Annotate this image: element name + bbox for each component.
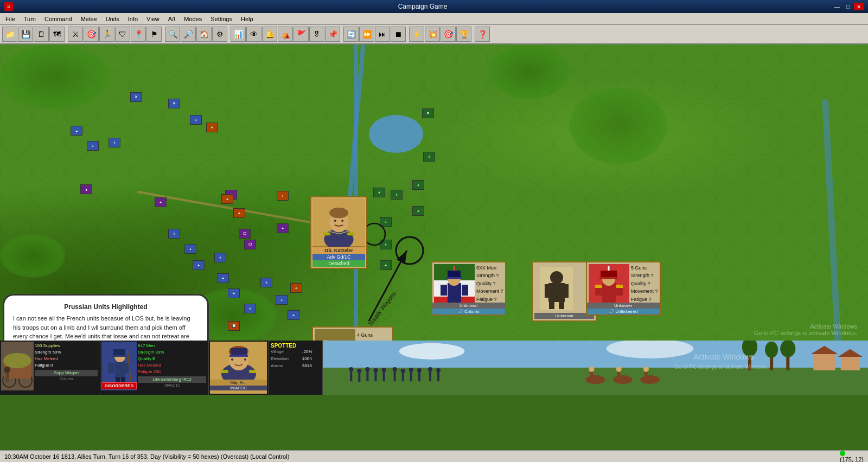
menu-melee[interactable]: Melee <box>78 15 100 23</box>
toolbar-btn-20[interactable]: 🎖 <box>309 27 324 42</box>
close-button[interactable]: ✕ <box>854 3 864 10</box>
battle-scene: Activate Windows Go to PC settings to ac… <box>323 341 868 395</box>
menu-file[interactable]: File <box>2 15 18 23</box>
unit-counter[interactable]: ✕ <box>130 92 142 102</box>
toolbar-btn-3[interactable]: 🗒 <box>34 27 49 42</box>
unit-counter-orange[interactable]: 🔲 <box>228 321 240 331</box>
unit-counter[interactable]: + <box>244 304 256 313</box>
svg-rect-64 <box>112 355 126 357</box>
toolbar-btn-12[interactable]: 🔎 <box>181 27 196 42</box>
toolbar-btn-10[interactable]: ⚑ <box>146 27 162 42</box>
svg-point-8 <box>329 208 348 218</box>
unit-counter-orange[interactable]: + <box>206 123 218 132</box>
unit-counter[interactable]: + <box>87 141 99 151</box>
unit-counter[interactable]: + <box>184 244 196 254</box>
toolbar-btn-26[interactable]: ⚡ <box>409 27 424 42</box>
toolbar-btn-29[interactable]: 🏆 <box>456 27 471 42</box>
bottom-unit-2[interactable]: DISORDERED 647 Men Strength 89% Quality … <box>100 341 209 395</box>
disordered-badge: DISORDERED <box>101 382 137 389</box>
toolbar-btn-save[interactable]: 💾 <box>18 27 33 42</box>
unit-counter-orange[interactable]: + <box>221 194 233 204</box>
unit-counter-green[interactable]: + <box>380 217 392 227</box>
bottom-unit-1[interactable]: 100 Supplies Strength 50% Has Meleed Fat… <box>0 341 100 395</box>
menu-modes[interactable]: Modes <box>181 15 205 23</box>
unit-counter-orange[interactable]: + <box>233 208 245 218</box>
toolbar-btn-16[interactable]: 👁 <box>246 27 261 42</box>
unit-counter-green[interactable]: + <box>412 206 424 216</box>
commander-corps: Adv Gd/1C <box>312 254 365 260</box>
unit-counter-green[interactable]: + <box>391 190 403 200</box>
toolbar-btn-open[interactable]: 📁 <box>2 27 17 42</box>
unit-counter[interactable]: ● <box>71 126 82 136</box>
unit-counter[interactable]: + <box>276 295 288 305</box>
svg-rect-98 <box>366 370 368 381</box>
unit-counter-green[interactable]: + <box>380 260 392 270</box>
menu-units[interactable]: Units <box>103 15 123 23</box>
unit-counter[interactable]: ✕ <box>168 99 180 108</box>
unit-counter-purple[interactable]: + <box>155 197 167 207</box>
game-map[interactable]: ✕ ✕ + ● + + + + + + + + + + + + + + + ✕ … <box>0 44 868 352</box>
unit-counter[interactable]: + <box>214 253 226 262</box>
svg-point-124 <box>643 367 649 372</box>
unit-counter[interactable]: + <box>288 310 299 320</box>
bottom-unit-3[interactable]: Maj. H... Inf/AG/1C <box>209 341 269 395</box>
toolbar-btn-24[interactable]: ⏭ <box>375 27 390 42</box>
svg-rect-42 <box>595 285 602 288</box>
menu-help[interactable]: Help <box>238 15 257 23</box>
svg-point-57 <box>3 353 31 368</box>
unit-counter-green[interactable]: + <box>423 152 435 162</box>
svg-point-113 <box>428 367 432 371</box>
menu-view[interactable]: View <box>143 15 163 23</box>
toolbar-btn-23[interactable]: ⏩ <box>359 27 374 42</box>
unit-counter[interactable]: + <box>168 229 180 239</box>
toolbar-btn-13[interactable]: 🏠 <box>196 27 212 42</box>
unit-counter-green[interactable]: + <box>380 240 392 249</box>
toolbar-btn-8[interactable]: 🛡 <box>115 27 130 42</box>
svg-rect-104 <box>394 370 396 381</box>
unit-counter[interactable]: + <box>190 115 202 125</box>
svg-point-105 <box>393 367 397 371</box>
toolbar-btn-5[interactable]: ⚔ <box>68 27 83 42</box>
unit-counter[interactable]: + <box>260 278 272 287</box>
unit-counter-orange[interactable]: + <box>277 191 289 201</box>
unit-counter[interactable]: + <box>217 273 229 283</box>
toolbar-btn-17[interactable]: 🔔 <box>262 27 277 42</box>
toolbar-btn-25[interactable]: ⏹ <box>391 27 406 42</box>
toolbar-btn-6[interactable]: 🎯 <box>84 27 99 42</box>
svg-rect-16 <box>448 283 461 302</box>
toolbar-btn-7[interactable]: 🏃 <box>99 27 114 42</box>
menu-ai[interactable]: A/I <box>165 15 178 23</box>
forest-3 <box>570 88 667 164</box>
unit-counter-purple[interactable]: ● <box>80 184 92 194</box>
unit-counter-green[interactable]: + <box>373 188 385 197</box>
toolbar-btn-28[interactable]: 🎯 <box>441 27 456 42</box>
unit-counter[interactable]: + <box>108 138 120 147</box>
toolbar-btn-27[interactable]: 💥 <box>425 27 440 42</box>
maximize-button[interactable]: □ <box>843 3 853 10</box>
toolbar-btn-15[interactable]: 📊 <box>231 27 246 42</box>
unit-counter-orange[interactable]: + <box>290 283 302 293</box>
menu-settings[interactable]: Settings <box>207 15 235 23</box>
unit-counter-purple[interactable]: + <box>277 223 289 233</box>
toolbar-btn-22[interactable]: 🔄 <box>343 27 359 42</box>
toolbar-btn-4[interactable]: 🗺 <box>49 27 65 42</box>
toolbar-btn-21[interactable]: 📌 <box>325 27 340 42</box>
unit-card-footer-3: Unknown 🔊 Unlimbered <box>587 303 660 315</box>
toolbar-btn-help[interactable]: ❓ <box>475 27 490 42</box>
menu-command[interactable]: Command <box>41 15 75 23</box>
toolbar-btn-19[interactable]: 🚩 <box>293 27 309 42</box>
toolbar-btn-14[interactable]: ⚙ <box>212 27 227 42</box>
toolbar-btn-9[interactable]: 📍 <box>131 27 146 42</box>
toolbar-btn-18[interactable]: ⛺ <box>278 27 293 42</box>
unit-counter-green[interactable]: ✕ <box>422 108 434 118</box>
minimize-button[interactable]: — <box>832 3 842 10</box>
unit-counter-purple[interactable]: ⬡ <box>239 229 251 239</box>
unit-counter[interactable]: + <box>193 260 205 270</box>
toolbar-btn-11[interactable]: 🔍 <box>165 27 180 42</box>
menu-info[interactable]: Info <box>125 15 141 23</box>
menu-turn[interactable]: Turn <box>21 15 39 23</box>
unit-counter-green[interactable]: + <box>412 180 424 190</box>
unit-counter[interactable]: + <box>228 288 240 298</box>
unit-counter-purple[interactable]: ⬡ <box>244 240 256 249</box>
svg-rect-112 <box>429 370 431 381</box>
